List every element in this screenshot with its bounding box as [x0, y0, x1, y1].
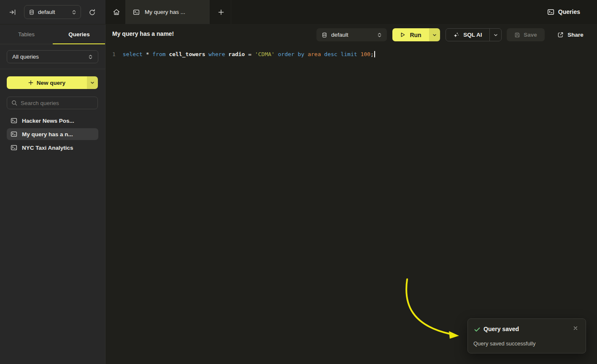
refresh-button[interactable] — [86, 7, 97, 18]
new-query-main[interactable]: New query — [7, 76, 87, 89]
query-tab[interactable]: My query has ... — [125, 0, 210, 24]
query-list: Hacker News Pos... My query has a n... — [7, 115, 98, 154]
tab-queries[interactable]: Queries — [53, 24, 105, 44]
queries-filter-value: All queries — [12, 54, 39, 60]
share-button[interactable]: Share — [550, 28, 591, 41]
terminal-icon — [11, 144, 17, 151]
plus-icon — [28, 80, 33, 85]
home-icon — [113, 8, 120, 16]
run-label: Run — [410, 32, 421, 38]
query-list-item[interactable]: Hacker News Pos... — [7, 115, 98, 127]
sql-ai-button[interactable]: SQL AI — [446, 28, 502, 41]
terminal-icon — [133, 9, 140, 16]
sql-ai-dropdown[interactable] — [490, 33, 501, 37]
database-select-top[interactable]: default — [24, 5, 81, 19]
sidebar: Tables Queries All queries New query — [0, 24, 105, 364]
sparkles-icon — [453, 32, 459, 38]
play-icon — [400, 32, 405, 38]
top-bar-left: default — [0, 0, 105, 24]
close-icon[interactable] — [573, 326, 579, 332]
code-line-1[interactable]: 1 select * from cell_towers where radio … — [112, 50, 375, 58]
select-updown-icon — [377, 32, 382, 38]
database-icon — [29, 9, 35, 15]
select-updown-icon — [88, 54, 93, 59]
search-queries-input[interactable] — [21, 100, 93, 106]
run-main[interactable]: Run — [392, 28, 429, 41]
save-button[interactable]: Save — [507, 28, 545, 41]
queries-filter-select[interactable]: All queries — [7, 50, 98, 63]
new-tab-button[interactable] — [215, 6, 227, 18]
database-icon — [321, 32, 327, 38]
terminal-icon — [11, 117, 17, 124]
tab-tables[interactable]: Tables — [0, 24, 53, 44]
chevron-down-icon — [90, 81, 95, 85]
sql-ai-main[interactable]: SQL AI — [446, 32, 489, 38]
database-select-toolbar[interactable]: default — [316, 28, 387, 41]
terminal-icon — [547, 8, 554, 16]
search-queries-box — [7, 97, 98, 109]
sidebar-collapse-icon — [9, 8, 16, 16]
query-item-label: NYC Taxi Analytics — [22, 145, 73, 151]
sql-code: select * from cell_towers where radio = … — [123, 51, 375, 57]
select-updown-icon — [72, 10, 76, 15]
search-icon — [11, 100, 17, 106]
top-bar: default — [0, 0, 597, 24]
new-query-button[interactable]: New query — [7, 76, 98, 89]
new-query-label: New query — [37, 80, 65, 86]
plus-icon — [218, 9, 224, 15]
toast-title: Query saved — [484, 326, 519, 332]
tab-strip-divider — [231, 0, 231, 24]
query-list-item[interactable]: NYC Taxi Analytics — [7, 142, 98, 154]
active-tab-underline — [53, 43, 105, 44]
share-label: Share — [567, 32, 583, 38]
query-item-label: My query has a n... — [22, 131, 73, 138]
query-tab-label: My query has ... — [145, 9, 185, 15]
terminal-icon — [11, 131, 17, 138]
run-button[interactable]: Run — [392, 28, 440, 41]
query-title: My query has a name! — [112, 30, 174, 37]
text-caret — [374, 51, 375, 57]
tab-strip: My query has ... Queries — [105, 0, 597, 24]
new-query-dropdown[interactable] — [87, 76, 98, 89]
queries-panel-label: Queries — [558, 8, 580, 15]
save-icon — [514, 32, 520, 38]
check-icon — [474, 326, 481, 333]
sidebar-tabs: Tables Queries — [0, 24, 105, 44]
database-select-value: default — [331, 32, 348, 38]
toast-query-saved: Query saved Query saved successfully — [467, 318, 586, 353]
sql-ai-label: SQL AI — [463, 32, 482, 38]
run-dropdown[interactable] — [429, 28, 440, 41]
toast-message: Query saved successfully — [473, 340, 535, 347]
queries-panel-toggle[interactable]: Queries — [547, 6, 580, 18]
query-item-label: Hacker News Pos... — [22, 118, 74, 124]
main-panel: My query has a name! default — [106, 24, 597, 364]
home-button[interactable] — [111, 6, 122, 18]
line-number: 1 — [112, 51, 116, 57]
collapse-sidebar-button[interactable] — [8, 7, 18, 17]
chevron-down-icon — [432, 33, 437, 37]
database-select-value: default — [38, 9, 55, 15]
refresh-icon — [89, 9, 96, 16]
share-icon — [557, 32, 564, 38]
sidebar-divider — [0, 69, 105, 69]
save-label: Save — [524, 32, 537, 38]
app-window: default — [0, 0, 597, 364]
sql-editor[interactable]: 1 select * from cell_towers where radio … — [106, 45, 597, 364]
query-list-item-selected[interactable]: My query has a n... — [7, 128, 98, 140]
chevron-down-icon — [494, 33, 498, 37]
